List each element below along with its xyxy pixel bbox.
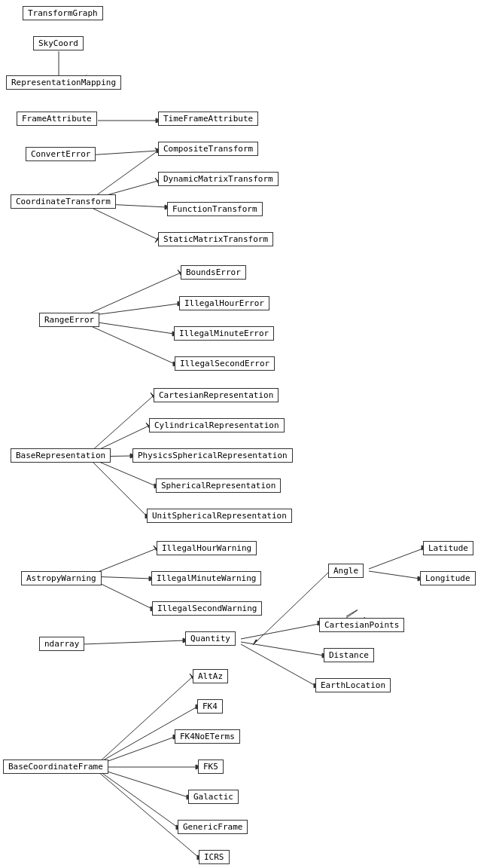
node-fk5: FK5 (198, 760, 224, 774)
svg-line-46 (241, 642, 324, 656)
svg-line-14 (83, 273, 181, 316)
svg-line-10 (90, 207, 158, 240)
node-coordinatetransform: CoordinateTransform (11, 194, 116, 209)
node-dynamicmatrixtransform: DynamicMatrixTransform (158, 172, 279, 186)
node-baserepresentation: BaseRepresentation (11, 448, 111, 463)
node-fk4noeterms: FK4NoETerms (175, 729, 240, 744)
svg-line-60 (98, 769, 188, 797)
node-astropywarning: AstropyWarning (21, 571, 102, 585)
node-rangeerror: RangeError (39, 313, 99, 327)
node-sphericalrepresentation: SphericalRepresentation (156, 478, 281, 493)
svg-line-62 (98, 770, 178, 827)
node-basecoordinateframe: BaseCoordinateFrame (3, 760, 108, 774)
svg-line-50 (256, 573, 328, 642)
node-angle: Angle (328, 564, 364, 578)
node-compositetransform: CompositeTransform (158, 142, 258, 156)
svg-line-30 (90, 460, 147, 516)
svg-line-38 (369, 549, 423, 569)
node-physicssphericalrepresentation: PhysicsSphericalRepresentation (132, 448, 293, 463)
node-illegalsecondwarning: IllegalSecondWarning (152, 601, 262, 616)
svg-line-52 (98, 677, 193, 763)
node-timeframeattribute: TimeFrameAttribute (158, 112, 258, 126)
svg-line-56 (98, 737, 175, 765)
node-converterror: ConvertError (26, 147, 96, 161)
svg-line-4 (90, 151, 158, 200)
svg-line-20 (83, 322, 175, 364)
node-illegalseconderror: IllegalSecondError (175, 356, 275, 371)
node-fk4: FK4 (197, 699, 223, 714)
node-cylindricalrepresentation: CylindricalRepresentation (149, 418, 285, 432)
node-frameattribute: FrameAttribute (17, 112, 97, 126)
node-ndarray: ndarray (39, 637, 84, 651)
svg-line-40 (369, 571, 420, 579)
svg-line-22 (90, 396, 154, 452)
svg-marker-51 (253, 640, 257, 645)
diagram-container: TransformGraphSkyCoordRepresentationMapp… (0, 0, 484, 868)
node-icrs: ICRS (199, 850, 230, 864)
node-functiontransform: FunctionTransform (167, 202, 263, 216)
node-quantity: Quantity (185, 631, 236, 646)
node-cartesianpoints: CartesianPoints (319, 618, 404, 632)
node-illegalminutewarning: IllegalMinuteWarning (151, 571, 261, 585)
node-cartesianrepresentation: CartesianRepresentation (154, 388, 279, 402)
node-unitsphericalrepresentation: UnitSphericalRepresentation (147, 509, 292, 523)
node-longitude: Longitude (420, 571, 476, 585)
arrows-svg (0, 0, 484, 868)
node-representationmapping: RepresentationMapping (6, 75, 121, 90)
node-distance: Distance (324, 648, 374, 662)
node-illegalhourerror: IllegalHourError (179, 296, 269, 310)
node-boundserror: BoundsError (181, 265, 246, 280)
node-latitude: Latitude (423, 541, 473, 555)
node-genericframe: GenericFrame (178, 820, 248, 834)
node-illegalminuteerror: IllegalMinuteError (174, 326, 274, 341)
node-skycoord: SkyCoord (33, 36, 84, 50)
svg-line-44 (241, 624, 319, 639)
node-staticmatrixtransform: StaticMatrixTransform (158, 232, 273, 246)
svg-line-48 (241, 644, 315, 686)
svg-line-64 (98, 772, 199, 857)
node-illegalhourwarning: IllegalHourWarning (157, 541, 257, 555)
svg-line-42 (83, 640, 185, 644)
node-altaz: AltAz (193, 669, 228, 683)
node-transformgraph: TransformGraph (23, 6, 103, 20)
node-earthlocation: EarthLocation (315, 678, 391, 692)
node-galactic: Galactic (188, 790, 239, 804)
